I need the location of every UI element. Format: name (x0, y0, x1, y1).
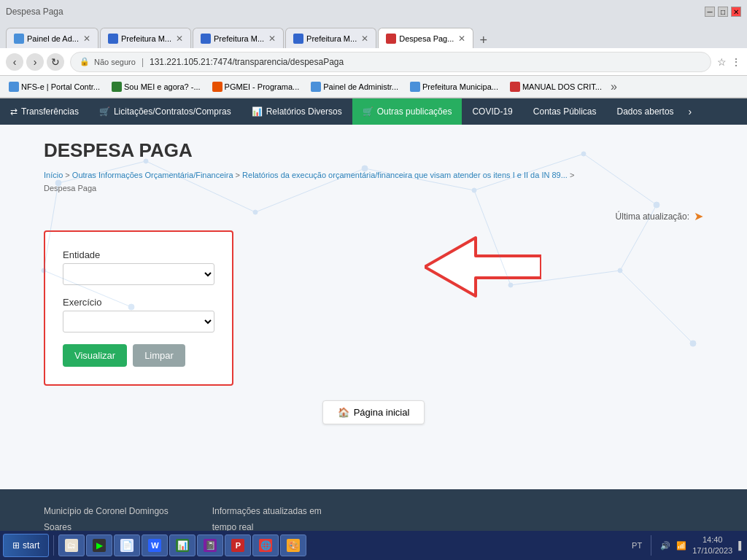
address-field[interactable]: 🔒 Não seguro | 131.221.105.21:7474/trans… (70, 52, 711, 72)
svg-line-15 (365, 168, 474, 190)
svg-line-18 (44, 183, 58, 271)
forward-button[interactable]: › (26, 53, 44, 71)
taskbar-item-9[interactable]: 🎨 (280, 534, 306, 556)
bookmark-5-label: Prefeitura Municipa... (422, 82, 498, 91)
nav-outras[interactable]: 🛒 Outras publicações (352, 98, 462, 125)
footer-municipio-line1: Município de Coronel Domingos (44, 504, 169, 520)
maximize-button[interactable]: □ (718, 7, 728, 17)
bookmark-1-label: NFS-e | Portal Contr... (21, 82, 100, 91)
browser-menu-icon[interactable]: ⋮ (731, 56, 741, 68)
taskbar-icon-2: ▶ (93, 539, 106, 552)
window-controls[interactable]: ─ □ ✕ (705, 7, 741, 17)
taskbar-date-value: 17/10/2023 (692, 545, 732, 556)
taskbar-icon-8: 🌐 (259, 539, 272, 552)
nav-contas[interactable]: Contas Públicas (523, 98, 607, 125)
taskbar-item-4[interactable]: W (142, 534, 168, 556)
address-actions: ☆ ⋮ (717, 56, 741, 68)
nav-covid[interactable]: COVID-19 (462, 98, 522, 125)
bookmark-star-icon[interactable]: ☆ (717, 56, 727, 68)
bookmark-4-icon (311, 82, 321, 92)
page-content: DESPESA PAGA Início > Outras Informações… (0, 125, 747, 489)
address-bar: ‹ › ↻ 🔒 Não seguro | 131.221.105.21:7474… (0, 48, 747, 76)
taskbar-icon-3: 📄 (120, 539, 133, 552)
minimize-button[interactable]: ─ (705, 7, 715, 17)
tab-4-close[interactable]: ✕ (361, 34, 368, 44)
taskbar-separator-2 (651, 535, 651, 556)
taskbar-item-3[interactable]: 📄 (114, 534, 140, 556)
tab-1-close[interactable]: ✕ (83, 34, 90, 44)
bookmark-6-label: MANUAL DOS CRIT... (522, 82, 602, 91)
svg-line-19 (44, 271, 131, 307)
nav-dados[interactable]: Dados abertos (607, 98, 684, 125)
taskbar-item-6[interactable]: 📓 (197, 534, 223, 556)
svg-line-23 (474, 190, 511, 285)
start-button[interactable]: ⊞ start (3, 534, 49, 557)
bookmark-3-icon (212, 82, 222, 92)
transferencias-icon: ⇄ (10, 106, 18, 117)
tab-4-favicon (293, 34, 303, 44)
bookmarks-bar: NFS-e | Portal Contr... Sou MEI e agora?… (0, 76, 747, 98)
relatorios-icon: 📊 (252, 106, 263, 117)
nav-transferencias[interactable]: ⇄ Transferências (0, 98, 89, 125)
svg-line-12 (58, 161, 146, 183)
tab-2-label: Prefeitura M... (121, 34, 171, 43)
taskbar-item-2[interactable]: ▶ (86, 534, 112, 556)
bookmark-2-label: Sou MEI e agora? -... (124, 82, 201, 91)
svg-line-13 (146, 161, 255, 212)
tab-1[interactable]: Painel de Ad... ✕ (6, 28, 98, 48)
svg-line-17 (584, 154, 657, 205)
bookmark-3[interactable]: PGMEI - Programa... (209, 80, 303, 93)
bookmark-2[interactable]: Sou MEI e agora? -... (109, 80, 204, 93)
taskbar-item-8[interactable]: 🌐 (252, 534, 279, 556)
taskbar-item-5[interactable]: 📊 (169, 534, 196, 556)
nav-scroll-right[interactable]: › (684, 106, 697, 117)
bookmark-6[interactable]: MANUAL DOS CRIT... (507, 80, 605, 93)
nav-relatorios[interactable]: 📊 Relatórios Diversos (241, 98, 352, 125)
tab-2-close[interactable]: ✕ (176, 34, 183, 44)
tab-1-favicon (14, 34, 24, 44)
svg-line-20 (620, 205, 657, 271)
tab-4[interactable]: Prefeitura M... ✕ (285, 28, 376, 48)
taskbar-icon-6: 📓 (204, 539, 217, 552)
svg-line-22 (511, 271, 620, 285)
taskbar-item-7[interactable]: P (225, 534, 251, 556)
taskbar-clock: 14:40 17/10/2023 (692, 534, 732, 557)
tab-4-label: Prefeitura M... (306, 34, 357, 43)
tab-2[interactable]: Prefeitura M... ✕ (100, 28, 191, 48)
bookmarks-more-button[interactable]: » (611, 80, 617, 93)
security-icon: 🔒 (80, 57, 90, 66)
start-label: start (23, 540, 39, 551)
tab-5-label: Despesa Pag... (399, 34, 454, 43)
taskbar-icon-5: 📊 (176, 539, 189, 552)
windows-logo-icon: ⊞ (12, 540, 20, 551)
taskbar-show-desktop-icon[interactable]: ▌ (738, 541, 744, 550)
taskbar-sound-icon: 🔊 (660, 541, 670, 551)
outras-icon: 🛒 (363, 106, 374, 117)
bookmark-5[interactable]: Prefeitura Municipa... (407, 80, 501, 93)
taskbar-right: PT 🔊 📶 14:40 17/10/2023 ▌ (632, 534, 744, 557)
new-tab-button[interactable]: + (475, 33, 492, 48)
tab-2-favicon (108, 34, 118, 44)
back-button[interactable]: ‹ (6, 53, 23, 71)
bg-pattern (0, 125, 747, 489)
svg-line-21 (620, 271, 693, 343)
tab-3[interactable]: Prefeitura M... ✕ (193, 28, 284, 48)
tabs-bar: Painel de Ad... ✕ Prefeitura M... ✕ Pref… (0, 23, 747, 48)
tab-5[interactable]: Despesa Pag... ✕ (378, 28, 473, 48)
tab-3-close[interactable]: ✕ (268, 34, 276, 44)
dados-label: Dados abertos (617, 106, 674, 117)
bookmark-1-icon (9, 82, 19, 92)
tab-3-label: Prefeitura M... (214, 34, 264, 43)
nav-licitacoes[interactable]: 🛒 Licitações/Contratos/Compras (89, 98, 241, 125)
taskbar-item-1[interactable]: 🗂 (58, 534, 85, 556)
taskbar-locale: PT (632, 541, 642, 550)
taskbar-icon-9: 🎨 (287, 539, 300, 552)
url-text: 131.221.105.21:7474/transparencia/despes… (150, 57, 702, 67)
close-button[interactable]: ✕ (731, 7, 741, 17)
tab-5-close[interactable]: ✕ (458, 34, 465, 44)
covid-label: COVID-19 (472, 106, 512, 117)
refresh-button[interactable]: ↻ (47, 53, 64, 71)
bookmark-1[interactable]: NFS-e | Portal Contr... (6, 80, 103, 93)
bookmark-4[interactable]: Painel de Administr... (308, 80, 401, 93)
relatorios-label: Relatórios Diversos (266, 106, 342, 117)
